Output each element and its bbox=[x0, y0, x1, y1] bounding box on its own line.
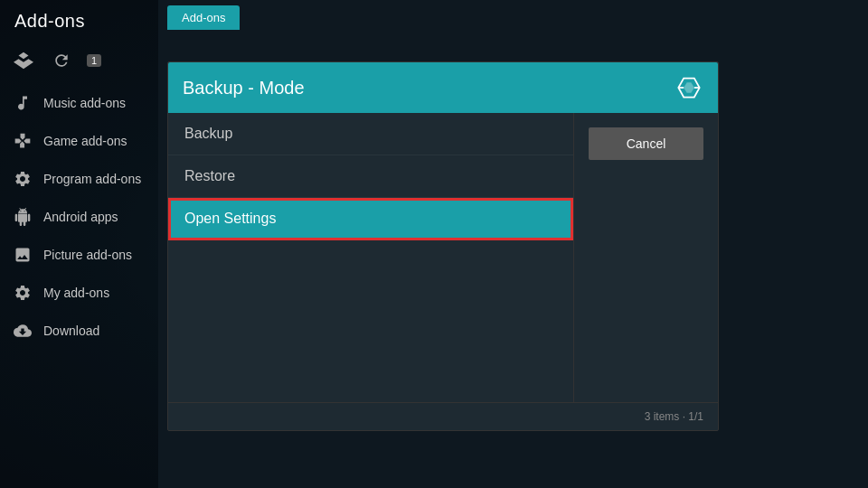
sidebar-label-android: Android apps bbox=[43, 210, 118, 224]
sidebar-label-picture: Picture add-ons bbox=[43, 248, 132, 262]
modal-footer: 3 items · 1/1 bbox=[168, 402, 718, 430]
modal-item-open-settings[interactable]: Open Settings bbox=[168, 198, 573, 240]
picture-icon bbox=[13, 245, 33, 265]
item-count: 3 items · 1/1 bbox=[645, 410, 703, 423]
tab-bar: Add-ons bbox=[167, 0, 240, 30]
modal-title: Backup - Mode bbox=[183, 78, 305, 99]
cancel-button[interactable]: Cancel bbox=[589, 127, 703, 160]
android-icon bbox=[13, 207, 33, 227]
game-icon bbox=[13, 131, 33, 151]
kodi-logo-icon bbox=[675, 73, 703, 102]
modal-body: Backup Restore Open Settings Cancel bbox=[168, 113, 718, 402]
modal-item-restore-label: Restore bbox=[184, 168, 235, 183]
tab-addons[interactable]: Add-ons bbox=[167, 5, 240, 30]
sidebar-label-download: Download bbox=[43, 324, 99, 338]
music-icon bbox=[13, 93, 33, 113]
modal-dialog: Backup - Mode Backup Restore bbox=[167, 61, 719, 431]
sidebar: Add-ons 1 Music add-ons bbox=[0, 0, 158, 488]
my-addons-icon bbox=[13, 283, 33, 303]
modal-item-settings-label: Open Settings bbox=[184, 211, 276, 226]
sidebar-label-music: Music add-ons bbox=[43, 96, 126, 110]
modal-item-restore[interactable]: Restore bbox=[168, 155, 573, 198]
sidebar-item-game-addons[interactable]: Game add-ons bbox=[0, 122, 158, 160]
sidebar-navigation: Music add-ons Game add-ons Program add-o… bbox=[0, 84, 158, 488]
sidebar-toolbar: 1 bbox=[0, 42, 158, 84]
sidebar-label-game: Game add-ons bbox=[43, 134, 127, 148]
modal-item-backup-label: Backup bbox=[184, 126, 232, 141]
update-badge: 1 bbox=[87, 54, 101, 67]
sidebar-item-android-apps[interactable]: Android apps bbox=[0, 198, 158, 236]
refresh-icon[interactable] bbox=[49, 48, 74, 73]
svg-marker-1 bbox=[684, 82, 694, 93]
main-content: Add-ons Backup - Mode Backup bbox=[158, 0, 868, 488]
dropbox-icon[interactable] bbox=[11, 48, 36, 73]
sidebar-item-my-addons[interactable]: My add-ons bbox=[0, 274, 158, 312]
sidebar-item-music-addons[interactable]: Music add-ons bbox=[0, 84, 158, 122]
sidebar-item-download[interactable]: Download bbox=[0, 312, 158, 350]
tab-addons-label: Add-ons bbox=[182, 11, 225, 24]
download-icon bbox=[13, 321, 33, 341]
sidebar-title: Add-ons bbox=[0, 0, 158, 42]
sidebar-label-program: Program add-ons bbox=[43, 172, 141, 186]
sidebar-item-picture-addons[interactable]: Picture add-ons bbox=[0, 236, 158, 274]
sidebar-label-my-addons: My add-ons bbox=[43, 286, 109, 300]
modal-list: Backup Restore Open Settings bbox=[168, 113, 573, 402]
program-icon bbox=[13, 169, 33, 189]
modal-actions: Cancel bbox=[573, 113, 718, 402]
modal-item-backup[interactable]: Backup bbox=[168, 113, 573, 155]
modal-header: Backup - Mode bbox=[168, 62, 718, 113]
sidebar-item-program-addons[interactable]: Program add-ons bbox=[0, 160, 158, 198]
